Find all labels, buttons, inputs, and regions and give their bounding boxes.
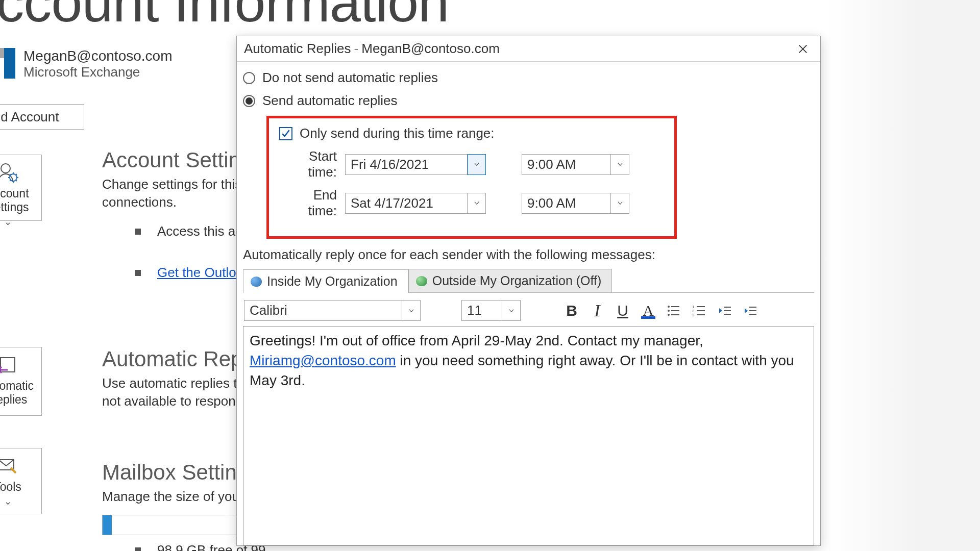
end-date-combo[interactable]: Sat 4/17/2021 [345, 193, 486, 214]
editor-toolbar: Calibri 11 B I U A 1 2 [243, 300, 814, 326]
italic-button[interactable]: I [587, 300, 607, 321]
indent-icon [743, 304, 757, 318]
close-icon [797, 43, 808, 55]
start-date-combo[interactable]: Fri 4/16/2021 [345, 154, 486, 175]
svg-point-8 [668, 314, 670, 316]
bullet-list-icon [667, 304, 681, 318]
font-color-button[interactable]: A [638, 300, 658, 321]
underline-button[interactable]: U [612, 300, 633, 321]
dialog-title: Automatic Replies [244, 41, 351, 57]
tab-inside-org[interactable]: Inside My Organization [243, 269, 408, 293]
radio-icon [243, 72, 255, 84]
numbered-list-button[interactable]: 1 2 3 [689, 300, 709, 321]
chevron-down-icon[interactable] [611, 193, 629, 214]
radio-do-not-send[interactable]: Do not send automatic replies [243, 70, 814, 86]
outdent-icon [718, 304, 732, 318]
bold-button[interactable]: B [561, 300, 582, 321]
svg-rect-13 [697, 310, 705, 311]
end-time-combo[interactable]: 9:00 AM [522, 193, 629, 214]
tools-button[interactable]: Tools ⌄ [0, 448, 42, 514]
bulleted-list-button[interactable] [664, 300, 684, 321]
start-time-value: 9:00 AM [522, 154, 611, 175]
svg-point-4 [668, 306, 670, 308]
tab-label: Outside My Organization (Off) [432, 273, 602, 288]
svg-rect-16 [724, 307, 731, 308]
message-part1: Greetings! I'm out of office from April … [250, 333, 703, 348]
svg-rect-21 [749, 314, 756, 315]
message-editor[interactable]: Greetings! I'm out of office from April … [243, 326, 814, 545]
title-separator: - [354, 41, 359, 57]
envelope-wrench-icon [0, 455, 19, 477]
increase-indent-button[interactable] [740, 300, 761, 321]
svg-rect-17 [724, 310, 731, 311]
tools-label: Tools [0, 480, 39, 494]
account-identity: MeganB@contoso.com Microsoft Exchange [0, 48, 172, 83]
svg-rect-19 [749, 307, 756, 308]
svg-rect-20 [749, 310, 756, 311]
chevron-down-icon: ⌄ [0, 216, 39, 228]
org-people-icon [251, 277, 262, 287]
chevron-down-icon[interactable] [468, 154, 486, 175]
svg-point-0 [1, 164, 10, 173]
font-name-value: Calibri [244, 300, 402, 321]
radio-icon [243, 95, 255, 107]
time-range-highlight: Only send during this time range: Start … [266, 116, 677, 239]
chevron-down-icon: ⌄ [0, 496, 39, 507]
bullet-icon [135, 547, 141, 551]
start-time-label: Start time: [295, 148, 337, 180]
message-link[interactable]: Miriamg@contoso.com [250, 353, 396, 368]
radio-label: Do not send automatic replies [262, 70, 438, 86]
add-account-button[interactable]: Add Account [0, 104, 84, 130]
end-time-label: End time: [295, 187, 337, 219]
svg-point-1 [10, 174, 17, 181]
close-button[interactable] [793, 39, 813, 59]
radio-send-automatic[interactable]: Send automatic replies [243, 93, 814, 109]
end-time-value: 9:00 AM [522, 193, 611, 214]
automatic-replies-dialog: Automatic Replies - MeganB@contoso.com D… [236, 36, 821, 546]
svg-text:3: 3 [692, 313, 695, 317]
dialog-title-email: MeganB@contoso.com [361, 41, 500, 57]
chevron-down-icon[interactable] [502, 300, 521, 321]
tab-outside-org[interactable]: Outside My Organization (Off) [408, 269, 612, 292]
radio-label: Send automatic replies [262, 93, 397, 109]
font-size-combo[interactable]: 11 [461, 300, 521, 321]
svg-rect-5 [671, 306, 679, 307]
globe-icon [416, 276, 427, 286]
font-name-combo[interactable]: Calibri [244, 300, 421, 321]
auto-reply-icon [0, 354, 19, 376]
numbered-list-icon: 1 2 3 [692, 304, 706, 318]
chevron-down-icon[interactable] [402, 300, 421, 321]
svg-rect-18 [724, 314, 731, 315]
time-range-checkbox[interactable]: Only send during this time range: [279, 126, 665, 141]
decrease-indent-button[interactable] [715, 300, 735, 321]
svg-point-6 [668, 310, 670, 312]
svg-rect-7 [671, 310, 679, 311]
bullet-icon [135, 229, 141, 235]
checkbox-icon [279, 127, 292, 140]
account-type: Microsoft Exchange [23, 64, 172, 80]
account-avatar [0, 48, 15, 83]
checkbox-label: Only send during this time range: [300, 126, 495, 141]
tab-label: Inside My Organization [267, 274, 398, 289]
end-date-value: Sat 4/17/2021 [345, 193, 468, 214]
chevron-down-icon[interactable] [611, 154, 629, 175]
automatic-replies-label: Automatic Replies [0, 379, 39, 407]
chevron-down-icon[interactable] [468, 193, 486, 214]
automatic-replies-button[interactable]: Automatic Replies [0, 347, 42, 416]
font-size-value: 11 [461, 300, 502, 321]
account-settings-button[interactable]: Account Settings ⌄ [0, 155, 42, 221]
page-title: Account Information [0, 0, 449, 34]
svg-rect-11 [697, 306, 705, 307]
bullet-icon [135, 270, 141, 276]
instruction-text: Automatically reply once for each sender… [243, 247, 814, 263]
tabs: Inside My Organization Outside My Organi… [243, 269, 814, 293]
account-settings-label: Account Settings [0, 187, 39, 214]
svg-rect-9 [671, 314, 679, 315]
user-gear-icon [0, 161, 19, 184]
start-time-combo[interactable]: 9:00 AM [522, 154, 629, 175]
start-date-value: Fri 4/16/2021 [345, 154, 468, 175]
account-email: MeganB@contoso.com [23, 48, 172, 64]
dialog-titlebar: Automatic Replies - MeganB@contoso.com [237, 36, 820, 62]
svg-rect-15 [697, 314, 705, 315]
